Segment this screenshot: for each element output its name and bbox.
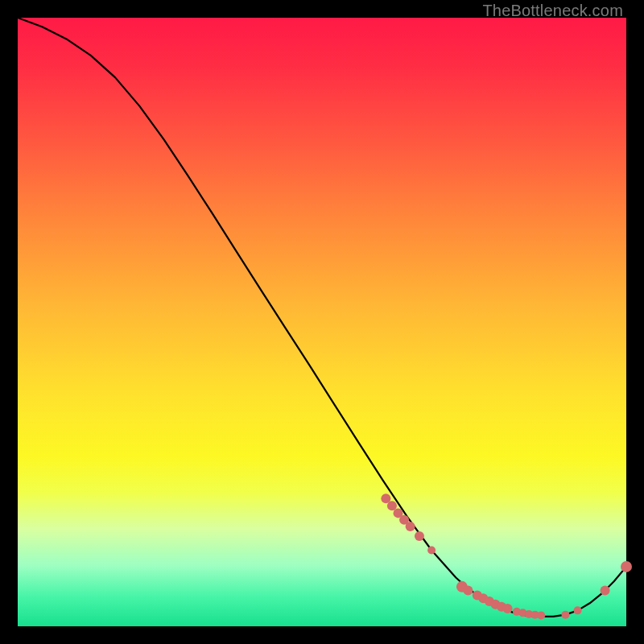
curve-line (18, 18, 626, 617)
data-point (415, 531, 424, 541)
data-point (427, 547, 436, 555)
chart-svg (18, 18, 626, 626)
data-point (537, 611, 545, 619)
chart-plot-area (18, 18, 626, 626)
chart-frame: TheBottleneck.com (0, 0, 644, 644)
data-point (463, 585, 473, 595)
data-point (574, 606, 582, 614)
data-point (503, 604, 513, 613)
data-point (406, 522, 415, 531)
watermark-label: TheBottleneck.com (482, 2, 623, 20)
data-point (621, 561, 632, 572)
data-point (601, 585, 610, 595)
data-point (561, 611, 569, 619)
